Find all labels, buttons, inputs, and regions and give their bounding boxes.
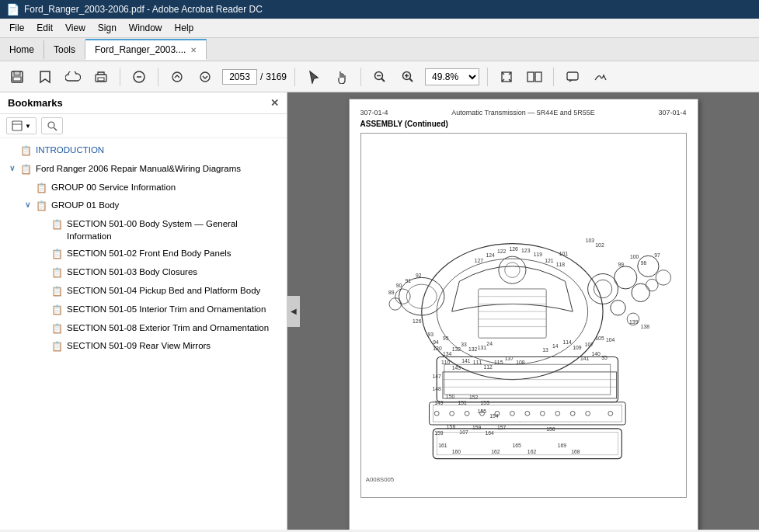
zoom-select[interactable]: 49.8% 25% 50% 75% 100% 125% 150% bbox=[425, 68, 479, 85]
search-bookmark-icon bbox=[47, 120, 57, 131]
close-sidebar-button[interactable]: ✕ bbox=[270, 97, 279, 109]
scroll-down-icon bbox=[199, 71, 211, 83]
svg-text:24: 24 bbox=[486, 341, 493, 346]
bookmark-ford-ranger-manual[interactable]: ∨ 📋 Ford Ranger 2006 Repair Manual&Wirin… bbox=[0, 160, 287, 179]
scroll-up-button[interactable] bbox=[166, 66, 188, 88]
bookmark-sec501-03[interactable]: 📋 SECTION 501-03 Body Closures bbox=[0, 263, 287, 282]
svg-text:132: 132 bbox=[468, 346, 478, 352]
svg-text:153: 153 bbox=[480, 400, 489, 405]
svg-rect-4 bbox=[98, 78, 104, 81]
menu-help[interactable]: Help bbox=[169, 20, 200, 36]
svg-text:131: 131 bbox=[477, 345, 486, 350]
fit-page-button[interactable] bbox=[496, 66, 517, 88]
bookmark-group00-label: GROUP 00 Service Information bbox=[51, 181, 280, 193]
svg-text:A008S005: A008S005 bbox=[365, 476, 393, 483]
scroll-down-button[interactable] bbox=[194, 66, 216, 88]
bookmark-sec501-09[interactable]: 📋 SECTION 501-09 Rear View Mirrors bbox=[0, 337, 287, 356]
tab-ford-ranger[interactable]: Ford_Ranger_2003.... ✕ bbox=[85, 39, 207, 60]
svg-text:14: 14 bbox=[552, 343, 558, 349]
menu-window[interactable]: Window bbox=[123, 20, 169, 36]
svg-text:141: 141 bbox=[580, 356, 589, 361]
expand-ford-ranger[interactable]: ∨ bbox=[6, 163, 17, 174]
sidebar-header: Bookmarks ✕ bbox=[0, 92, 287, 114]
svg-text:13: 13 bbox=[542, 347, 548, 353]
bookmark-sec501-09-icon: 📋 bbox=[51, 340, 64, 353]
svg-point-140 bbox=[504, 263, 519, 277]
pdf-area: ◀ 307-01-4 Automatic Transmission — 5R44… bbox=[287, 92, 759, 530]
svg-text:138: 138 bbox=[640, 324, 649, 329]
zoom-in-button[interactable] bbox=[397, 66, 419, 88]
svg-text:107: 107 bbox=[584, 342, 594, 347]
spread-button[interactable] bbox=[524, 66, 545, 88]
bookmark-sec501-08[interactable]: 📋 SECTION 501-08 Exterior Trim and Ornam… bbox=[0, 319, 287, 338]
bookmark-introduction[interactable]: 📋 INTRODUCTION bbox=[0, 141, 287, 160]
bookmark-group01-icon: 📋 bbox=[36, 200, 48, 213]
page-number-input[interactable]: 2053 bbox=[222, 69, 257, 85]
bookmark-sec501-03-label: SECTION 501-03 Body Closures bbox=[67, 266, 280, 278]
pdf-diagram: 103 102 101 99 100 98 97 89 90 91 92 93 … bbox=[360, 133, 687, 498]
svg-point-32 bbox=[610, 301, 625, 315]
bookmark-icon bbox=[39, 70, 51, 84]
menu-view[interactable]: View bbox=[59, 20, 92, 36]
svg-rect-18 bbox=[535, 72, 541, 82]
tab-bar: Home Tools Ford_Ranger_2003.... ✕ bbox=[0, 38, 759, 61]
svg-text:115: 115 bbox=[494, 360, 503, 365]
sidebar: Bookmarks ✕ ▼ 📋 INTRODUCTION ∨ bbox=[0, 92, 287, 530]
svg-text:99: 99 bbox=[618, 262, 624, 267]
svg-point-139 bbox=[498, 256, 525, 283]
zoom-out-page-button[interactable] bbox=[128, 66, 150, 88]
svg-text:90: 90 bbox=[395, 283, 402, 288]
bookmark-sec501-08-label: SECTION 501-08 Exterior Trim and Ornamen… bbox=[67, 322, 280, 334]
zoom-out-icon bbox=[373, 70, 387, 84]
tab-tools[interactable]: Tools bbox=[44, 40, 85, 59]
expand-group01[interactable]: ∨ bbox=[22, 200, 33, 210]
hand-tool-button[interactable] bbox=[331, 66, 353, 88]
svg-point-45 bbox=[465, 411, 469, 416]
cloud-button[interactable] bbox=[62, 66, 84, 88]
save-button[interactable] bbox=[6, 66, 28, 88]
menu-file[interactable]: File bbox=[3, 20, 30, 36]
svg-text:98: 98 bbox=[640, 260, 646, 266]
bookmark-sec501-00[interactable]: 📋 SECTION 501-00 Body System — General I… bbox=[0, 215, 287, 245]
cursor-tool-button[interactable] bbox=[303, 66, 325, 88]
pdf-scroll-left[interactable]: ◀ bbox=[287, 296, 300, 327]
svg-text:159: 159 bbox=[472, 425, 481, 430]
sign-button[interactable] bbox=[590, 66, 611, 88]
svg-text:118: 118 bbox=[555, 262, 565, 267]
svg-text:101: 101 bbox=[559, 251, 568, 256]
sidebar-toolbar: ▼ bbox=[0, 114, 287, 138]
sidebar-view-button[interactable]: ▼ bbox=[6, 117, 37, 134]
svg-text:162: 162 bbox=[527, 449, 536, 454]
svg-text:154: 154 bbox=[489, 413, 499, 419]
tab-close-icon[interactable]: ✕ bbox=[190, 46, 197, 54]
print-button[interactable] bbox=[90, 66, 112, 88]
svg-point-48 bbox=[510, 411, 514, 416]
svg-point-39 bbox=[395, 289, 409, 304]
comment-button[interactable] bbox=[562, 66, 583, 88]
assembly-diagram-svg: 103 102 101 99 100 98 97 89 90 91 92 93 … bbox=[361, 134, 686, 497]
svg-rect-2 bbox=[13, 77, 21, 81]
bookmark-sec501-04[interactable]: 📋 SECTION 501-04 Pickup Bed and Platform… bbox=[0, 282, 287, 301]
svg-text:148: 148 bbox=[432, 386, 441, 391]
menu-edit[interactable]: Edit bbox=[30, 20, 59, 36]
sidebar-search-button[interactable] bbox=[41, 117, 63, 134]
bookmark-button[interactable] bbox=[34, 66, 56, 88]
svg-text:110: 110 bbox=[441, 360, 451, 365]
bookmark-group01[interactable]: ∨ 📋 GROUP 01 Body bbox=[0, 196, 287, 215]
svg-text:127: 127 bbox=[474, 258, 483, 263]
comment-icon bbox=[566, 71, 580, 83]
page-total: 3169 bbox=[266, 71, 287, 82]
bookmark-sec501-05[interactable]: 📋 SECTION 501-05 Interior Trim and Ornam… bbox=[0, 301, 287, 319]
svg-text:169: 169 bbox=[557, 443, 566, 448]
bookmark-sec501-05-label: SECTION 501-05 Interior Trim and Ornamen… bbox=[67, 303, 280, 315]
bookmark-sec501-04-label: SECTION 501-04 Pickup Bed and Platform B… bbox=[67, 284, 280, 297]
bookmark-sec501-02[interactable]: 📋 SECTION 501-02 Front End Body Panels bbox=[0, 245, 287, 263]
bookmark-group00[interactable]: 📋 GROUP 00 Service Information bbox=[0, 179, 287, 197]
svg-text:103: 103 bbox=[585, 238, 594, 243]
svg-point-36 bbox=[646, 279, 658, 291]
svg-rect-41 bbox=[429, 402, 625, 425]
tab-home[interactable]: Home bbox=[0, 40, 44, 59]
cursor-icon bbox=[308, 70, 319, 84]
zoom-out-button[interactable] bbox=[369, 66, 391, 88]
menu-sign[interactable]: Sign bbox=[92, 20, 123, 36]
